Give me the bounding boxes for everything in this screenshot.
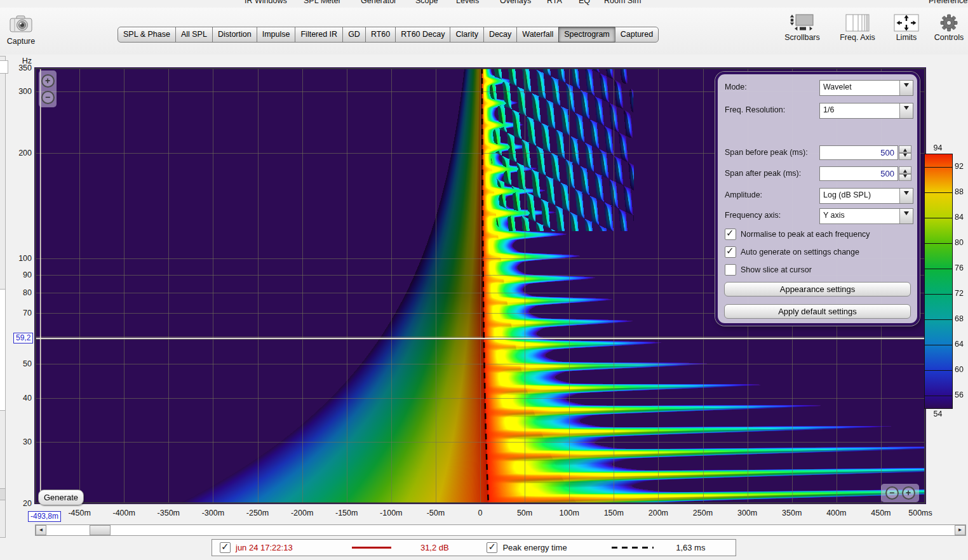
tab-clarity[interactable]: Clarity	[450, 27, 483, 43]
dropdown-value: 1/6	[820, 103, 899, 118]
colorbar	[924, 154, 953, 409]
menu-item-spl-meter[interactable]: SPL Meter	[304, 0, 341, 5]
chevron-down-icon[interactable]	[899, 209, 913, 223]
checkbox[interactable]	[725, 246, 736, 258]
generate-button[interactable]: Generate	[38, 490, 84, 505]
zoom-out-x-button[interactable]: −	[885, 486, 899, 500]
x-tick-300: 300m	[725, 509, 770, 517]
apply-default-settings-button[interactable]: Apply default settings	[724, 304, 911, 319]
scroll-right-button[interactable]: ►	[955, 525, 965, 535]
measurement-legend: jun 24 17:22:13 31,2 dB Peak energy time…	[212, 539, 736, 556]
span-before-peak-ms-input[interactable]: 500	[819, 145, 898, 160]
tab-rt60-decay[interactable]: RT60 Decay	[395, 27, 450, 43]
menu-item-room-sim[interactable]: Room Sim	[604, 0, 641, 5]
y-zoom-controls: + −	[39, 70, 57, 107]
tab-spectrogram[interactable]: Spectrogram	[558, 27, 615, 43]
panel-field-label: Mode:	[725, 83, 747, 91]
mode-dropdown[interactable]: Wavelet	[819, 80, 913, 96]
colorbar-min-label: 54	[922, 410, 953, 418]
tab-decay[interactable]: Decay	[483, 27, 517, 43]
menu-item-levels[interactable]: Levels	[456, 0, 479, 5]
freq-axis-tool[interactable]: Freq. Axis	[833, 14, 882, 42]
amplitude-dropdown[interactable]: Log (dB SPL)	[819, 188, 913, 204]
checkbox[interactable]	[725, 229, 736, 240]
menu-item-generator[interactable]: Generator	[361, 0, 396, 5]
tab-filtered-ir[interactable]: Filtered IR	[295, 27, 343, 43]
limits-icon	[894, 14, 919, 32]
colorbar-segment-3	[925, 218, 952, 243]
graph-tabs: SPL & PhaseAll SPLDistortionImpulseFilte…	[118, 27, 659, 43]
controls-tool[interactable]: Controls	[931, 14, 967, 42]
limits-tool[interactable]: Limits	[888, 14, 925, 42]
spinner-up-button[interactable]	[899, 166, 911, 174]
colorbar-segment-10	[925, 396, 952, 408]
scroll-left-button[interactable]: ◄	[36, 525, 46, 535]
dropdown-value: Y axis	[820, 209, 899, 223]
measurement-line-sample-wrap	[322, 547, 420, 549]
checkbox-label: Normalise to peak at each frequency	[741, 230, 870, 239]
tab-gd[interactable]: GD	[342, 27, 366, 43]
menu-item-rta[interactable]: RTA	[547, 0, 562, 5]
checkbox-row-normalise-to-peak-at-each-frequency[interactable]: Normalise to peak at each frequency	[725, 229, 870, 240]
zoom-in-x-button[interactable]: +	[902, 486, 915, 500]
x-tick--450: -450m	[57, 509, 102, 517]
x-tick--100: -100m	[369, 509, 413, 517]
measurement-checkbox[interactable]	[220, 542, 231, 553]
tab-waterfall[interactable]: Waterfall	[516, 27, 559, 43]
colorbar-max-label: 94	[922, 143, 953, 152]
y-tick-300: 300	[8, 87, 32, 96]
panel-row-freq-resolution: Freq. Resolution:1/6	[718, 103, 917, 118]
capture-button[interactable]: Capture	[3, 14, 39, 46]
colorbar-label-68: 68	[955, 314, 968, 323]
toolbar: Capture SPL & PhaseAll SPLDistortionImpu…	[0, 8, 968, 55]
tab-all-spl[interactable]: All SPL	[175, 27, 213, 43]
peak-energy-value: 1,63 ms	[676, 543, 728, 552]
tab-impulse[interactable]: Impulse	[257, 27, 296, 43]
time-scrollbar[interactable]: ◄ ►	[35, 524, 966, 536]
spinner-down-button[interactable]	[899, 174, 911, 182]
menu-item-overlays[interactable]: Overlays	[500, 0, 531, 5]
chevron-down-icon[interactable]	[899, 189, 913, 203]
checkbox-row-auto-generate-on-settings-change[interactable]: Auto generate on settings change	[725, 246, 859, 258]
menu-item-ir-windows[interactable]: IR Windows	[245, 0, 287, 5]
tab-distortion[interactable]: Distortion	[212, 27, 257, 43]
zoom-out-y-button[interactable]: −	[41, 91, 55, 104]
x-tick-400: 400m	[814, 509, 859, 517]
colorbar-label-56: 56	[955, 390, 968, 399]
y-tick-20: 20	[8, 499, 32, 508]
tab-rt60[interactable]: RT60	[365, 27, 396, 43]
appearance-settings-button[interactable]: Appearance settings	[724, 282, 911, 297]
freq-resolution-dropdown[interactable]: 1/6	[819, 103, 913, 119]
tab-spl-phase[interactable]: SPL & Phase	[118, 27, 176, 43]
checkbox-label: Show slice at cursor	[741, 265, 812, 274]
colorbar-label-92: 92	[955, 162, 968, 171]
peak-energy-checkbox[interactable]	[487, 542, 497, 553]
spinner-up-button[interactable]	[899, 145, 911, 153]
spectrogram-settings-panel: Mode:WaveletFreq. Resolution:1/6Span bef…	[715, 72, 920, 326]
span-after-peak-ms-stepper	[899, 166, 911, 181]
menu-bar: IR WindowsSPL MeterGeneratorScopeLevelsO…	[0, 0, 968, 6]
panel-field-label: Freq. Resolution:	[725, 105, 785, 114]
frequency-axis-dropdown[interactable]: Y axis	[819, 208, 913, 224]
menu-item-scope[interactable]: Scope	[415, 0, 438, 5]
checkbox-row-show-slice-at-cursor[interactable]: Show slice at cursor	[725, 264, 812, 276]
tab-captured[interactable]: Captured	[615, 27, 659, 43]
checkbox[interactable]	[725, 264, 736, 276]
zoom-in-y-button[interactable]: +	[41, 74, 55, 88]
x-tick-100: 100m	[547, 509, 591, 517]
span-after-peak-ms-input[interactable]: 500	[819, 166, 898, 181]
chevron-down-icon[interactable]	[899, 81, 913, 95]
colorbar-segment-2	[925, 192, 952, 218]
spinner-down-button[interactable]	[899, 153, 911, 161]
scrollbars-tool[interactable]: Scrollbars	[777, 14, 827, 42]
colorbar-segment-6	[925, 294, 952, 319]
menu-item-preferences[interactable]: Preferences	[929, 0, 968, 5]
x-tick-450: 450m	[859, 509, 903, 517]
chevron-down-icon[interactable]	[899, 103, 913, 118]
scrollbar-thumb[interactable]	[90, 525, 111, 535]
colorbar-label-84: 84	[955, 213, 968, 222]
cursor-level-value: 31,2 dB	[420, 543, 487, 552]
x-tick-150: 150m	[591, 509, 636, 517]
menu-item-eq[interactable]: EQ	[579, 0, 590, 5]
left-pane-fragment-mid	[0, 289, 6, 411]
